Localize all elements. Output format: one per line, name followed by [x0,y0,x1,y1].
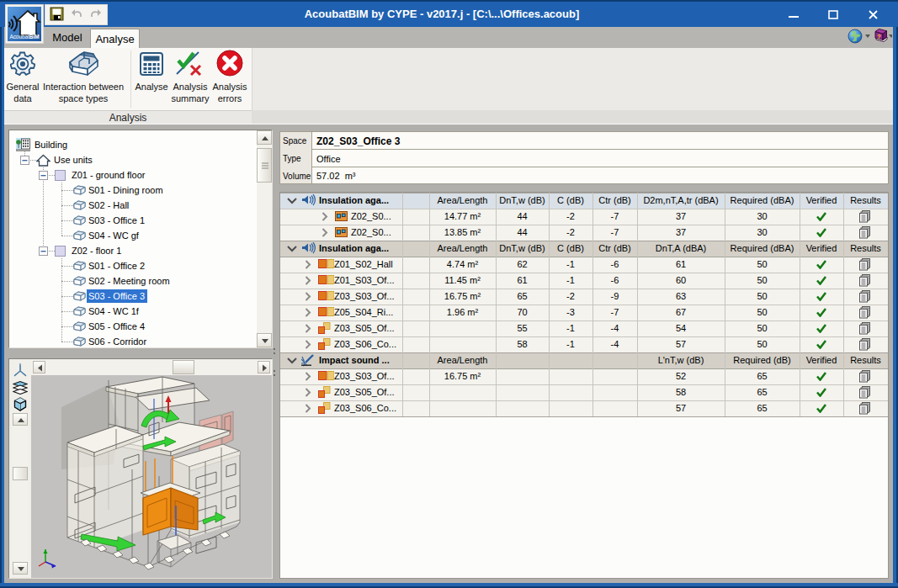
svg-text:?: ? [877,33,881,40]
svg-text:AcoubatBIM: AcoubatBIM [9,34,39,40]
